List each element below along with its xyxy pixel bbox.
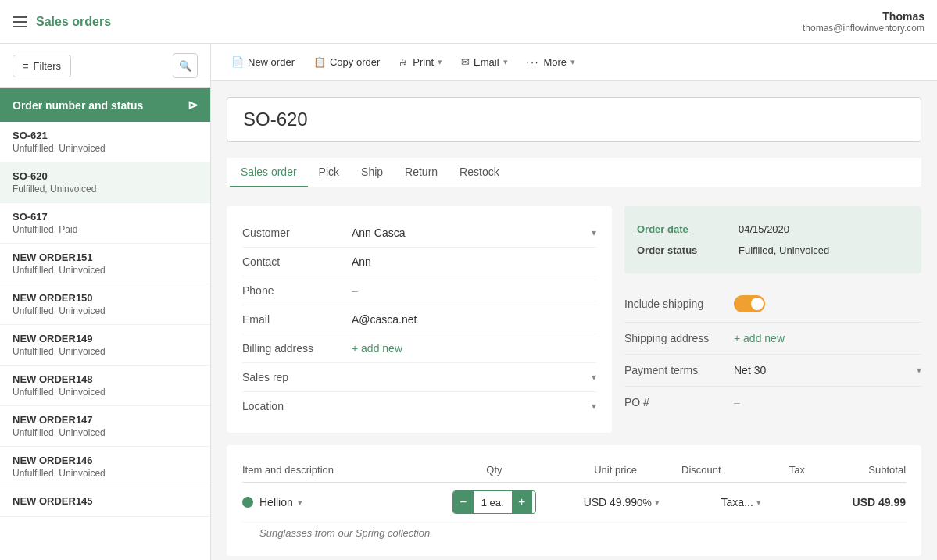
order-status-box: Order date 04/15/2020 Order status Fulfi… — [624, 206, 921, 273]
filter-icon: ≡ — [23, 60, 29, 72]
print-chevron-icon: ▾ — [438, 57, 442, 67]
item-description: Sunglasses from our Spring collection. — [242, 523, 906, 544]
qty-display: 1 ea. — [474, 491, 512, 513]
sidebar-item-id: NEW ORDER145 — [13, 495, 198, 507]
item-status-dot — [242, 497, 253, 508]
content-area: 📄 New order 📋 Copy order 🖨 Print ▾ ✉ Ema… — [211, 44, 937, 560]
email-value: A@casca.net — [352, 313, 596, 326]
location-field: Location ▾ — [242, 392, 596, 420]
col-subtotal-label: Subtotal — [805, 464, 906, 476]
sidebar-item[interactable]: NEW ORDER151 Unfulfilled, Uninvoiced — [0, 244, 210, 284]
sidebar-item-status: Unfulfilled, Uninvoiced — [13, 468, 198, 479]
sidebar-item[interactable]: SO-617 Unfulfilled, Paid — [0, 203, 210, 244]
more-button[interactable]: ··· More ▾ — [519, 52, 583, 73]
item-tax-cell: Taxa... ▾ — [721, 496, 805, 508]
copy-order-button[interactable]: 📋 Copy order — [306, 52, 388, 73]
order-form-left: Customer Ann Casca ▾ Contact Ann Phone – — [227, 206, 612, 433]
col-qty-label: Qty — [452, 464, 536, 476]
sidebar-toolbar: ≡ Filters 🔍 — [0, 44, 210, 88]
sidebar-item-id: SO-621 — [13, 130, 198, 141]
sidebar-item-status: Unfulfilled, Uninvoiced — [13, 387, 198, 398]
nav-left: Sales orders — [13, 15, 111, 29]
billing-add-link[interactable]: + add new — [352, 342, 596, 355]
tabs-bar: Sales orderPickShipReturnRestock — [227, 158, 921, 187]
more-dots-icon: ··· — [527, 56, 540, 68]
customer-value: Ann Casca ▾ — [352, 226, 596, 239]
shipping-add-link[interactable]: + add new — [734, 332, 785, 344]
filters-button[interactable]: ≡ Filters — [13, 55, 71, 77]
email-label: Email — [242, 313, 352, 326]
search-button[interactable]: 🔍 — [173, 53, 198, 78]
sidebar-header: Order number and status ⊳ — [0, 88, 210, 122]
new-order-button[interactable]: 📄 New order — [224, 52, 302, 73]
email-icon: ✉ — [461, 56, 470, 68]
tax-value: Taxa... — [721, 496, 753, 508]
nav-right: Thomas thomas@inflowinventory.com — [803, 10, 924, 34]
order-number-box: SO-620 — [227, 97, 921, 142]
item-chevron-icon[interactable]: ▾ — [298, 498, 302, 508]
order-status-row: Order status Fulfilled, Uninvoiced — [637, 240, 909, 261]
shipping-address-field: Shipping address + add new — [624, 323, 921, 355]
sidebar-collapse-icon[interactable]: ⊳ — [188, 98, 198, 112]
search-icon: 🔍 — [179, 60, 192, 72]
payment-terms-chevron-icon[interactable]: ▾ — [917, 365, 921, 376]
order-content: SO-620 Sales orderPickShipReturnRestock … — [211, 81, 937, 560]
location-value: ▾ — [352, 401, 596, 412]
sidebar-item-status: Unfulfilled, Paid — [13, 224, 198, 235]
new-order-icon: 📄 — [231, 56, 244, 68]
col-price-label: Unit price — [536, 464, 637, 476]
new-order-label: New order — [248, 56, 295, 68]
user-email: thomas@inflowinventory.com — [803, 23, 924, 34]
qty-decrease-button[interactable]: − — [453, 491, 474, 513]
item-subtotal: USD 49.99 — [853, 496, 906, 508]
sidebar-item[interactable]: NEW ORDER145 — [0, 487, 210, 517]
tab-restock[interactable]: Restock — [449, 158, 510, 187]
customer-chevron-icon[interactable]: ▾ — [592, 227, 596, 238]
sales-rep-value: ▾ — [352, 372, 596, 383]
print-button[interactable]: 🖨 Print ▾ — [391, 52, 450, 73]
order-date-row: Order date 04/15/2020 — [637, 219, 909, 240]
hamburger-icon[interactable] — [13, 16, 27, 27]
sidebar-item[interactable]: NEW ORDER150 Unfulfilled, Uninvoiced — [0, 284, 210, 325]
sidebar-item[interactable]: SO-621 Unfulfilled, Uninvoiced — [0, 122, 210, 162]
sidebar-item[interactable]: NEW ORDER148 Unfulfilled, Uninvoiced — [0, 366, 210, 406]
more-chevron-icon: ▾ — [570, 57, 575, 67]
qty-increase-button[interactable]: + — [512, 491, 532, 513]
include-shipping-field: Include shipping — [624, 286, 921, 323]
location-chevron-icon[interactable]: ▾ — [592, 401, 596, 412]
discount-chevron-icon[interactable]: ▾ — [655, 498, 660, 508]
item-row: Hellion ▾ − 1 ea. + USD 49.99 0% ▾ — [242, 483, 906, 523]
filters-label: Filters — [34, 60, 61, 72]
table-row: Hellion ▾ − 1 ea. + USD 49.99 0% ▾ — [242, 483, 906, 544]
discount-select: 0% ▾ — [637, 497, 721, 508]
items-list: Hellion ▾ − 1 ea. + USD 49.99 0% ▾ — [242, 483, 906, 544]
items-header: Item and description Qty Unit price Disc… — [242, 458, 906, 483]
tab-return[interactable]: Return — [394, 158, 449, 187]
email-button[interactable]: ✉ Email ▾ — [453, 52, 516, 73]
sidebar-item[interactable]: NEW ORDER149 Unfulfilled, Uninvoiced — [0, 325, 210, 366]
sidebar-item[interactable]: NEW ORDER147 Unfulfilled, Uninvoiced — [0, 406, 210, 447]
billing-field: Billing address + add new — [242, 334, 596, 363]
more-label: More — [543, 56, 567, 68]
sidebar-item-status: Unfulfilled, Uninvoiced — [13, 427, 198, 438]
order-right-panel: Order date 04/15/2020 Order status Fulfi… — [624, 206, 921, 433]
sidebar-item[interactable]: SO-620 Fulfilled, Uninvoiced — [0, 162, 210, 203]
customer-label: Customer — [242, 226, 352, 239]
tab-pick[interactable]: Pick — [308, 158, 350, 187]
email-field: Email A@casca.net — [242, 305, 596, 334]
phone-value: – — [352, 284, 596, 297]
sales-rep-field: Sales rep ▾ — [242, 363, 596, 392]
order-date-value: 04/15/2020 — [739, 223, 789, 235]
print-icon: 🖨 — [399, 56, 409, 68]
sales-rep-chevron-icon[interactable]: ▾ — [592, 372, 596, 383]
order-date-link[interactable]: Order date — [637, 223, 688, 235]
sidebar-item-id: NEW ORDER148 — [13, 373, 198, 385]
item-subtotal-cell: USD 49.99 — [805, 496, 906, 508]
payment-terms-field: Payment terms Net 30 ▾ — [624, 355, 921, 387]
sidebar-item[interactable]: NEW ORDER146 Unfulfilled, Uninvoiced — [0, 447, 210, 487]
tab-sales-order[interactable]: Sales order — [230, 158, 308, 187]
include-shipping-label: Include shipping — [624, 298, 734, 310]
include-shipping-toggle[interactable] — [734, 295, 765, 312]
tab-ship[interactable]: Ship — [350, 158, 394, 187]
tax-chevron-icon[interactable]: ▾ — [756, 498, 761, 508]
